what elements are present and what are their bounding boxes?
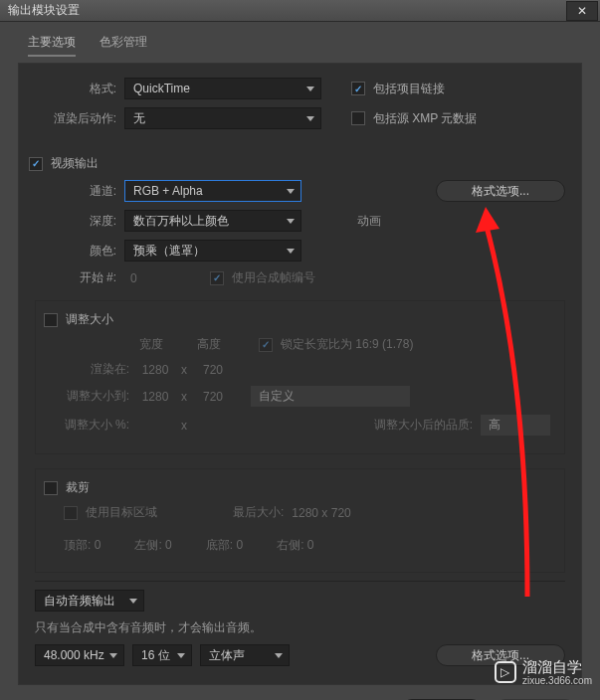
- channel-value: RGB + Alpha: [133, 184, 203, 198]
- depth-value: 数百万种以上颜色: [133, 213, 229, 230]
- color-label: 颜色:: [35, 243, 116, 260]
- resize-panel: 调整大小 宽度 高度 锁定长宽比为 16:9 (1.78) 渲染在: 1280 …: [35, 300, 565, 454]
- resize-height-header: 高度: [197, 336, 221, 353]
- render-at-label: 渲染在:: [50, 361, 129, 378]
- audio-note: 只有当合成中含有音频时，才会输出音频。: [35, 619, 262, 636]
- watermark-name: 溜溜自学: [522, 658, 582, 675]
- start-frame-value: 0: [124, 271, 164, 285]
- depth-label: 深度:: [35, 213, 116, 230]
- resize-quality-value: 高: [481, 415, 550, 436]
- crop-panel: 裁剪 使用目标区域 最后大小: 1280 x 720 顶部: 0 左侧: 0 底…: [35, 468, 565, 573]
- crop-bottom-label: 底部:: [206, 538, 233, 552]
- resize-title: 调整大小: [66, 311, 113, 328]
- resize-checkbox[interactable]: [44, 313, 58, 327]
- color-select[interactable]: 预乘（遮罩）: [124, 240, 301, 262]
- crop-right-label: 右侧:: [277, 538, 303, 552]
- resize-pct-label: 调整大小 %:: [50, 417, 129, 434]
- start-frame-label: 开始 #:: [35, 269, 116, 286]
- tab-color[interactable]: 色彩管理: [100, 34, 147, 57]
- chevron-down-icon: [287, 189, 295, 194]
- chevron-down-icon: [177, 653, 185, 658]
- window-title: 输出模块设置: [8, 2, 80, 19]
- chevron-down-icon: [129, 599, 137, 604]
- format-select[interactable]: QuickTime: [124, 78, 321, 99]
- chevron-down-icon: [287, 249, 295, 254]
- format-value: QuickTime: [133, 82, 190, 95]
- crop-title: 裁剪: [66, 479, 90, 496]
- channel-select[interactable]: RGB + Alpha: [124, 180, 301, 202]
- include-xmp-label: 包括源 XMP 元数据: [373, 110, 477, 127]
- post-render-value: 无: [133, 110, 145, 127]
- include-link-checkbox[interactable]: [351, 82, 365, 95]
- resize-to-width: 1280: [137, 390, 173, 404]
- post-render-select[interactable]: 无: [124, 107, 321, 129]
- audio-channels-select[interactable]: 立体声: [200, 644, 290, 666]
- final-size-value: 1280 x 720: [292, 506, 350, 520]
- watermark: ▷ 溜溜自学 zixue.3d66.com: [495, 658, 592, 686]
- crop-top-label: 顶部:: [64, 538, 91, 552]
- chevron-down-icon: [287, 219, 295, 224]
- titlebar: 输出模块设置 ✕: [0, 0, 600, 22]
- main-panel: 格式: QuickTime 包括项目链接 渲染后动作: 无 包括源 XMP 元数…: [18, 63, 582, 685]
- chevron-down-icon: [109, 653, 117, 658]
- watermark-url: zixue.3d66.com: [522, 675, 592, 686]
- include-link-label: 包括项目链接: [373, 81, 445, 97]
- use-roi-checkbox: [64, 506, 78, 520]
- crop-left-label: 左侧:: [134, 538, 161, 552]
- chevron-down-icon: [275, 653, 283, 658]
- chevron-down-icon: [306, 87, 314, 91]
- crop-checkbox[interactable]: [44, 481, 58, 495]
- resize-quality-label: 调整大小后的品质:: [374, 417, 473, 434]
- use-comp-frame-label: 使用合成帧编号: [232, 269, 315, 286]
- format-options-button[interactable]: 格式选项...: [436, 180, 565, 202]
- resize-width-header: 宽度: [139, 336, 163, 353]
- include-xmp-checkbox[interactable]: [351, 111, 365, 125]
- use-comp-frame-checkbox: [210, 271, 224, 285]
- resize-to-height: 720: [195, 390, 231, 404]
- audio-rate-value: 48.000 kHz: [44, 648, 104, 662]
- resize-to-label: 调整大小到:: [50, 388, 129, 405]
- final-size-label: 最后大小:: [233, 504, 284, 521]
- depth-select[interactable]: 数百万种以上颜色: [124, 210, 301, 232]
- codec-text: 动画: [309, 213, 428, 230]
- render-width: 1280: [137, 363, 173, 377]
- color-value: 预乘（遮罩）: [133, 243, 205, 260]
- play-icon: ▷: [495, 661, 516, 683]
- audio-bits-value: 16 位: [141, 647, 170, 664]
- video-output-label: 视频输出: [51, 155, 99, 172]
- close-button[interactable]: ✕: [566, 1, 598, 21]
- lock-aspect-checkbox: [259, 338, 273, 352]
- render-height: 720: [195, 363, 231, 377]
- audio-mode-value: 自动音频输出: [44, 593, 115, 610]
- audio-mode-select[interactable]: 自动音频输出: [35, 590, 144, 612]
- chevron-down-icon: [306, 116, 314, 121]
- audio-bits-select[interactable]: 16 位: [132, 644, 192, 666]
- format-label: 格式:: [35, 81, 116, 97]
- tab-main[interactable]: 主要选项: [28, 34, 76, 57]
- lock-aspect-label: 锁定长宽比为 16:9 (1.78): [281, 336, 413, 353]
- video-output-checkbox[interactable]: [29, 157, 43, 171]
- tabs: 主要选项 色彩管理: [18, 34, 582, 57]
- resize-preset: 自定义: [251, 386, 410, 407]
- channel-label: 通道:: [35, 183, 116, 200]
- audio-rate-select[interactable]: 48.000 kHz: [35, 644, 124, 666]
- audio-channels-value: 立体声: [209, 647, 245, 664]
- post-render-label: 渲染后动作:: [35, 110, 116, 127]
- use-roi-label: 使用目标区域: [86, 504, 157, 521]
